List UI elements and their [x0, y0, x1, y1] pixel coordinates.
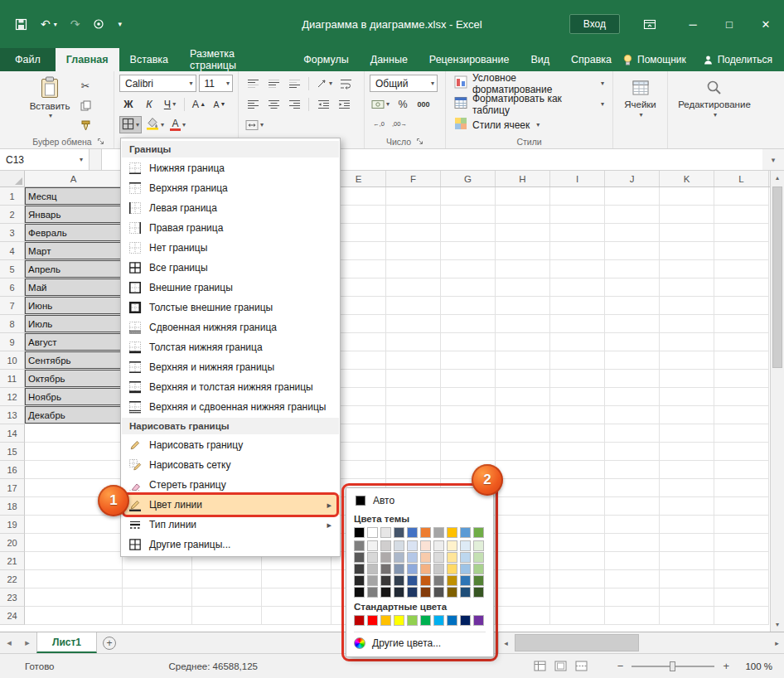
cell-I24[interactable]: [550, 607, 605, 625]
page-layout-view-icon[interactable]: [554, 661, 567, 671]
column-header-A[interactable]: A: [25, 171, 123, 186]
standard-color-swatch[interactable]: [407, 615, 418, 626]
format-as-table-button[interactable]: Форматировать как таблицу ▾: [451, 94, 607, 114]
cell-K13[interactable]: [660, 406, 714, 424]
cell-H13[interactable]: [496, 406, 550, 424]
row-header-8[interactable]: 8: [0, 315, 25, 333]
theme-color-variant-swatch[interactable]: [394, 540, 404, 551]
cell-L11[interactable]: [714, 370, 769, 388]
row-header-11[interactable]: 11: [0, 370, 25, 388]
cell-G6[interactable]: [441, 278, 496, 297]
row-header-2[interactable]: 2: [0, 206, 25, 224]
cell-F3[interactable]: [386, 224, 441, 242]
bold-button[interactable]: Ж: [119, 95, 138, 113]
cell-H6[interactable]: [496, 278, 550, 297]
row-header-6[interactable]: 6: [0, 278, 25, 297]
theme-color-variant-swatch[interactable]: [354, 575, 365, 586]
cell-J8[interactable]: [605, 315, 660, 333]
minimize-button[interactable]: ─: [675, 10, 711, 38]
increase-indent-button[interactable]: [335, 95, 353, 113]
menu-item-bottom-border[interactable]: Нижняя граница: [121, 158, 340, 178]
touch-mode-icon[interactable]: [93, 18, 104, 30]
cell-L9[interactable]: [714, 333, 769, 351]
cell-H3[interactable]: [496, 224, 550, 242]
cell-L20[interactable]: [714, 534, 769, 552]
theme-color-swatch[interactable]: [460, 527, 471, 538]
cell-A11[interactable]: Октябрь: [25, 370, 123, 388]
page-break-view-icon[interactable]: [575, 661, 588, 671]
scroll-up-icon[interactable]: ▴: [771, 171, 784, 185]
cell-L14[interactable]: [714, 424, 769, 443]
cell-A23[interactable]: [25, 588, 123, 607]
menu-item-top-and-double-bottom-border[interactable]: Верхняя и сдвоенная нижняя границы: [121, 397, 340, 417]
ribbon-display-options-icon[interactable]: [643, 18, 656, 31]
theme-color-variant-swatch[interactable]: [447, 587, 457, 598]
cell-K4[interactable]: [660, 242, 714, 260]
cell-G7[interactable]: [441, 297, 496, 315]
cell-L21[interactable]: [714, 552, 769, 570]
cell-L8[interactable]: [714, 315, 769, 333]
cell-A9[interactable]: Август: [25, 333, 123, 351]
menu-item-more-borders[interactable]: Другие границы...: [121, 535, 340, 555]
accounting-format-button[interactable]: ▾: [370, 95, 391, 113]
theme-color-variant-swatch[interactable]: [460, 564, 471, 574]
cell-L18[interactable]: [714, 497, 769, 516]
ribbon-tab-7[interactable]: Вид: [520, 48, 560, 71]
cell-G9[interactable]: [441, 333, 496, 351]
cell-I20[interactable]: [550, 534, 605, 552]
theme-color-variant-swatch[interactable]: [394, 564, 404, 574]
cell-H20[interactable]: [496, 534, 550, 552]
borders-button[interactable]: ▾: [119, 116, 142, 133]
menu-item-draw-border-grid[interactable]: Нарисовать сетку: [121, 455, 340, 475]
menu-item-thick-outside-borders[interactable]: Толстые внешние границы: [121, 298, 340, 317]
standard-color-swatch[interactable]: [367, 615, 378, 626]
cut-button[interactable]: ✂: [76, 77, 94, 94]
cell-K11[interactable]: [660, 370, 714, 388]
cell-K7[interactable]: [660, 297, 714, 315]
row-header-24[interactable]: 24: [0, 607, 25, 625]
theme-color-variant-swatch[interactable]: [394, 552, 404, 563]
cell-L19[interactable]: [714, 516, 769, 534]
cell-K14[interactable]: [660, 424, 714, 443]
cell-H17[interactable]: [496, 479, 550, 497]
cell-K5[interactable]: [660, 260, 714, 278]
cell-A13[interactable]: Декабрь: [25, 406, 123, 424]
cell-C22[interactable]: [192, 570, 262, 588]
theme-color-variant-swatch[interactable]: [473, 564, 484, 574]
theme-color-variant-swatch[interactable]: [367, 564, 378, 574]
theme-color-variant-swatch[interactable]: [420, 564, 431, 574]
cell-G11[interactable]: [441, 370, 496, 388]
cell-G2[interactable]: [441, 206, 496, 224]
cell-L17[interactable]: [714, 479, 769, 497]
cell-A24[interactable]: [25, 607, 123, 625]
theme-color-variant-swatch[interactable]: [473, 552, 484, 563]
cell-A16[interactable]: [25, 461, 123, 479]
cell-J2[interactable]: [605, 206, 660, 224]
align-left-button[interactable]: [244, 95, 262, 113]
zoom-in-button[interactable]: +: [723, 660, 729, 672]
cell-C23[interactable]: [192, 588, 262, 607]
cell-I13[interactable]: [550, 406, 605, 424]
cell-I17[interactable]: [550, 479, 605, 497]
menu-item-line-color[interactable]: Цвет линии▸: [121, 495, 340, 515]
align-right-button[interactable]: [285, 95, 303, 113]
zoom-slider[interactable]: [632, 666, 714, 667]
standard-color-swatch[interactable]: [420, 615, 431, 626]
menu-item-right-border[interactable]: Правая граница: [121, 218, 340, 238]
cell-F7[interactable]: [386, 297, 441, 315]
ribbon-tab-6[interactable]: Рецензирование: [419, 48, 520, 71]
theme-color-variant-swatch[interactable]: [407, 575, 418, 586]
cell-I9[interactable]: [550, 333, 605, 351]
signin-button[interactable]: Вход: [569, 14, 620, 34]
hscroll-right-icon[interactable]: ▸: [770, 639, 784, 647]
decrease-decimal-button[interactable]: ,00→: [390, 116, 409, 133]
menu-item-no-border[interactable]: Нет границы: [121, 238, 340, 258]
cell-F16[interactable]: [386, 461, 441, 479]
wrap-text-button[interactable]: [336, 75, 355, 92]
cell-A14[interactable]: [25, 424, 123, 443]
standard-color-swatch[interactable]: [447, 615, 457, 626]
cell-F4[interactable]: [386, 242, 441, 260]
cell-I15[interactable]: [550, 443, 605, 461]
row-header-1[interactable]: 1: [0, 187, 25, 206]
vertical-scroll-track[interactable]: [771, 185, 784, 617]
